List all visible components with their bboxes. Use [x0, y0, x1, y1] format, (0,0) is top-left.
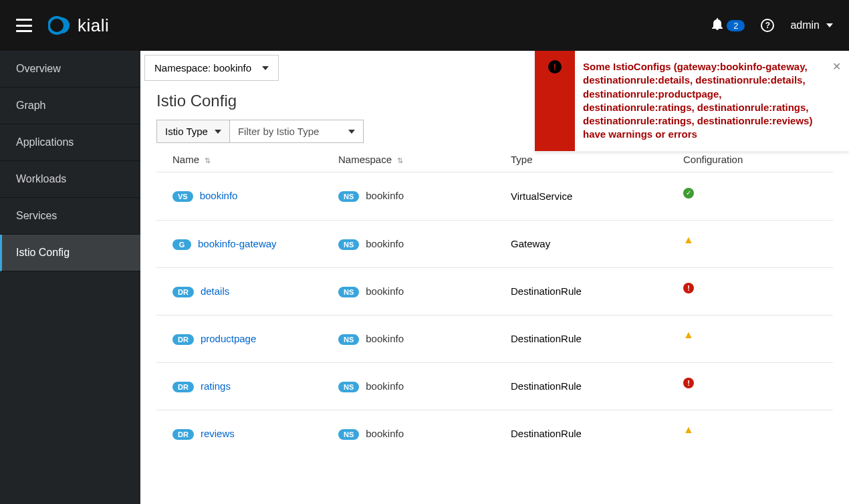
notification-count-badge: 2 — [727, 20, 745, 31]
type-text: VirtualService — [511, 191, 572, 202]
type-badge: VS — [172, 191, 193, 202]
type-text: DestinationRule — [511, 285, 582, 297]
sort-icon: ⇅ — [397, 156, 403, 165]
user-name: admin — [790, 19, 820, 31]
namespace-selector[interactable]: Namespace: bookinfo — [144, 55, 279, 81]
main-content: Namespace: bookinfo Istio Config Istio T… — [140, 51, 849, 504]
alert-message: Some IstioConfigs (gateway:bookinfo-gate… — [575, 51, 832, 151]
column-header-config[interactable]: Configuration — [683, 154, 817, 165]
sidebar-item-label: Services — [16, 210, 57, 221]
table-row: DRreviewsNSbookinfoDestinationRule▲ — [156, 410, 833, 457]
sidebar-item-graph[interactable]: Graph — [0, 88, 140, 124]
sidebar-item-label: Overview — [16, 63, 61, 74]
istio-type-label: Istio Type — [165, 126, 208, 137]
svg-point-0 — [49, 17, 65, 33]
type-badge: G — [172, 239, 191, 250]
namespace-selector-label: Namespace: bookinfo — [154, 62, 251, 74]
brand-logo[interactable]: kiali — [48, 13, 109, 37]
namespace-text: bookinfo — [366, 238, 404, 249]
sidebar-item-services[interactable]: Services — [0, 198, 140, 235]
namespace-text: bookinfo — [366, 380, 404, 392]
config-name-link[interactable]: bookinfo-gateway — [198, 238, 277, 249]
config-name-link[interactable]: ratings — [201, 380, 231, 392]
column-header-name[interactable]: Name⇅ — [172, 154, 338, 165]
config-name-link[interactable]: productpage — [201, 333, 256, 344]
column-header-namespace[interactable]: Namespace⇅ — [338, 154, 511, 165]
type-text: DestinationRule — [511, 428, 582, 439]
config-name-link[interactable]: reviews — [201, 428, 235, 439]
type-text: DestinationRule — [511, 380, 582, 392]
namespace-text: bookinfo — [366, 428, 404, 439]
question-icon: ? — [765, 21, 770, 30]
type-badge: DR — [172, 429, 194, 440]
kiali-logo-icon — [48, 13, 72, 37]
status-error-icon: ! — [683, 378, 694, 388]
type-badge: DR — [172, 287, 194, 297]
status-warning-icon: ▲ — [683, 424, 694, 435]
namespace-text: bookinfo — [366, 285, 404, 297]
type-text: DestinationRule — [511, 333, 582, 344]
namespace-badge: NS — [338, 334, 359, 345]
status-error-icon: ! — [683, 283, 694, 293]
sidebar-item-workloads[interactable]: Workloads — [0, 161, 140, 198]
chevron-down-icon — [348, 130, 355, 134]
type-text: Gateway — [511, 238, 550, 249]
chevron-down-icon — [826, 23, 833, 27]
filter-placeholder: Filter by Istio Type — [238, 126, 319, 137]
user-menu[interactable]: admin — [790, 19, 833, 31]
sidebar-item-label: Workloads — [16, 173, 66, 184]
chevron-down-icon — [215, 130, 221, 134]
sidebar-item-istio-config[interactable]: Istio Config — [0, 235, 140, 271]
namespace-badge: NS — [338, 287, 359, 297]
sidebar-item-label: Applications — [16, 136, 74, 148]
namespace-badge: NS — [338, 382, 359, 392]
notifications-button[interactable]: 2 — [712, 18, 745, 33]
table-row: DRratingsNSbookinfoDestinationRule! — [156, 362, 833, 410]
type-badge: DR — [172, 334, 194, 345]
table-row: DRproductpageNSbookinfoDestinationRule▲ — [156, 315, 833, 362]
config-name-link[interactable]: details — [201, 285, 229, 297]
config-name-link[interactable]: bookinfo — [200, 190, 238, 201]
namespace-badge: NS — [338, 429, 359, 440]
alert-banner: ! Some IstioConfigs (gateway:bookinfo-ga… — [535, 51, 849, 152]
filter-by-type-dropdown[interactable]: Filter by Istio Type — [230, 120, 364, 143]
column-header-type[interactable]: Type — [511, 154, 683, 165]
istio-type-dropdown[interactable]: Istio Type — [156, 120, 230, 143]
sort-icon: ⇅ — [205, 156, 211, 165]
top-bar: kiali 2 ? admin — [0, 0, 849, 51]
namespace-badge: NS — [338, 239, 359, 250]
type-badge: DR — [172, 382, 194, 392]
bell-icon — [712, 18, 723, 33]
error-icon: ! — [548, 60, 562, 74]
namespace-text: bookinfo — [366, 333, 404, 344]
sidebar-item-overview[interactable]: Overview — [0, 51, 140, 88]
sidebar-item-applications[interactable]: Applications — [0, 124, 140, 161]
chevron-down-icon — [262, 66, 269, 70]
hamburger-menu-icon[interactable] — [16, 19, 32, 32]
table-row: Gbookinfo-gatewayNSbookinfoGateway▲ — [156, 220, 833, 267]
namespace-text: bookinfo — [366, 190, 404, 201]
status-warning-icon: ▲ — [683, 234, 694, 245]
table-row: VSbookinfoNSbookinfoVirtualService✓ — [156, 172, 833, 220]
table-header: Name⇅ Namespace⇅ Type Configuration — [156, 150, 833, 172]
sidebar-item-label: Istio Config — [16, 247, 70, 258]
namespace-badge: NS — [338, 191, 359, 202]
help-button[interactable]: ? — [761, 19, 774, 32]
table-row: DRdetailsNSbookinfoDestinationRule! — [156, 267, 833, 315]
close-icon: ✕ — [832, 61, 841, 72]
sidebar-item-label: Graph — [16, 100, 45, 111]
alert-severity-bar: ! — [535, 51, 575, 151]
status-warning-icon: ▲ — [683, 329, 694, 340]
status-ok-icon: ✓ — [683, 188, 694, 199]
brand-name: kiali — [78, 15, 109, 36]
alert-close-button[interactable]: ✕ — [832, 51, 849, 151]
sidebar: OverviewGraphApplicationsWorkloadsServic… — [0, 51, 140, 504]
